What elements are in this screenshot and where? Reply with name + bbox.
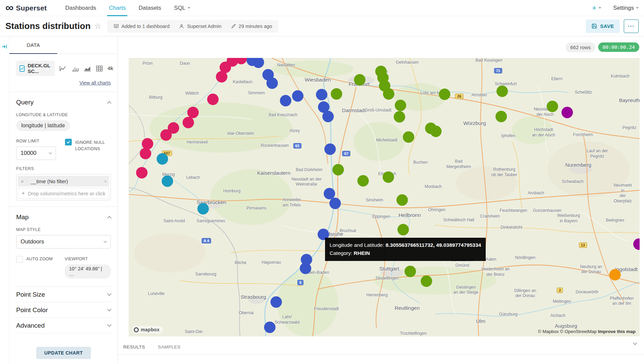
map-city-label: Pegnitz: [622, 126, 637, 131]
ignore-null-checkbox[interactable]: [65, 139, 72, 145]
station-point-blue[interactable]: [292, 90, 303, 102]
filter-drop-zone[interactable]: + Drop columns/metrics here or click: [18, 188, 109, 199]
remove-filter-icon[interactable]: ×: [18, 178, 27, 184]
station-point-blue[interactable]: [264, 322, 276, 333]
station-point-pink[interactable]: [140, 148, 151, 159]
advanced-section[interactable]: Advanced: [16, 318, 111, 333]
owner-meta[interactable]: Superset Admin: [179, 24, 221, 29]
station-point-green[interactable]: [354, 74, 365, 86]
station-point-green[interactable]: [403, 131, 414, 143]
station-point-blue[interactable]: [300, 263, 311, 274]
new-item-menu[interactable]: +: [592, 4, 601, 12]
viz-4k-option[interactable]: 4k: [107, 65, 113, 71]
expand-panel-icon[interactable]: [2, 44, 7, 49]
map-city-label: Sinsheim: [366, 198, 383, 203]
station-point-pink[interactable]: [207, 94, 219, 105]
station-point-blue[interactable]: [280, 95, 291, 106]
map-city-label: Iphofen: [501, 134, 515, 139]
station-point-pink[interactable]: [216, 71, 227, 82]
station-point-purple[interactable]: [633, 238, 640, 250]
map-city-label: Rockenhausen: [261, 143, 289, 149]
update-chart-button[interactable]: UPDATE CHART: [36, 347, 91, 359]
viewport-chip[interactable]: 10° 24' 49.86" | …: [65, 264, 111, 278]
station-point-green[interactable]: [332, 164, 344, 175]
chevron-down-icon: [107, 323, 111, 327]
settings-menu[interactable]: Settings: [613, 5, 639, 11]
osm-attribution-link[interactable]: © OpenStreetMap: [560, 329, 597, 334]
station-point-green[interactable]: [405, 266, 416, 277]
collapse-results-icon[interactable]: [634, 341, 637, 347]
map-canvas[interactable]: PrümDaunNastättenGelnhausenBad Kissingen…: [129, 58, 640, 336]
station-point-cyan[interactable]: [157, 153, 168, 165]
point-color-section[interactable]: Point Color: [16, 302, 111, 318]
map-city-label: Wiesbaden: [305, 76, 331, 83]
map-city-label: Alzey: [290, 128, 300, 134]
tab-data[interactable]: DATA: [9, 36, 57, 54]
station-point-green[interactable]: [383, 171, 394, 183]
table-icon[interactable]: [96, 65, 103, 72]
tab-samples[interactable]: SAMPLES: [158, 344, 181, 350]
station-point-blue[interactable]: [324, 143, 336, 155]
view-all-charts-link[interactable]: View all charts: [16, 80, 111, 86]
station-point-green[interactable]: [421, 275, 432, 287]
nav-item-charts[interactable]: Charts: [102, 0, 132, 16]
favorite-star-icon[interactable]: ☆: [95, 22, 101, 31]
line-chart-icon[interactable]: [59, 65, 67, 72]
save-button[interactable]: SAVE: [586, 20, 620, 33]
station-point-blue[interactable]: [270, 296, 282, 308]
query-section-header[interactable]: Query: [16, 99, 111, 106]
map-city-label: Forchheim: [573, 132, 593, 138]
nav-item-datasets[interactable]: Datasets: [132, 0, 167, 16]
road-shield: 71: [494, 68, 502, 73]
mapbox-logo[interactable]: mapbox: [132, 326, 163, 333]
station-point-green[interactable]: [396, 194, 408, 206]
station-point-purple[interactable]: [561, 107, 573, 118]
bar-chart-icon[interactable]: [71, 65, 79, 72]
row-limit-select[interactable]: 10000: [16, 146, 56, 160]
mapbox-attribution-link[interactable]: © Mapbox: [538, 329, 559, 334]
station-point-green[interactable]: [394, 111, 405, 123]
station-point-green[interactable]: [383, 88, 394, 100]
station-point-orange[interactable]: [609, 269, 621, 280]
station-point-blue[interactable]: [316, 89, 327, 100]
selected-viz-type[interactable]: DECK.GL SC...: [16, 61, 55, 76]
station-point-green[interactable]: [496, 86, 508, 97]
station-point-cyan[interactable]: [162, 175, 173, 187]
station-point-pink[interactable]: [136, 167, 148, 178]
map-section-header[interactable]: Map: [16, 213, 111, 221]
station-point-green[interactable]: [430, 126, 442, 137]
auto-zoom-checkbox[interactable]: [16, 256, 23, 263]
station-point-blue[interactable]: [253, 58, 264, 68]
time-filter-chip[interactable]: × __time (No filter) ›: [18, 176, 109, 187]
map-city-label: Weißenburg in Bayern: [557, 213, 580, 224]
station-point-blue[interactable]: [266, 77, 278, 89]
map-city-label: Obernai: [239, 311, 254, 316]
dashboards-meta[interactable]: Added to 1 dashboard: [114, 24, 170, 29]
station-point-cyan[interactable]: [197, 203, 209, 214]
tab-results[interactable]: RESULTS: [123, 344, 145, 350]
point-size-section[interactable]: Point Size: [16, 287, 111, 302]
nav-item-dashboards[interactable]: Dashboards: [59, 0, 103, 16]
station-point-green[interactable]: [547, 101, 558, 112]
map-city-label: Öhringen: [428, 207, 445, 213]
station-point-pink[interactable]: [183, 117, 194, 128]
station-point-green[interactable]: [495, 111, 507, 122]
lonlat-chip[interactable]: longitude | latitude: [16, 120, 70, 131]
station-point-green[interactable]: [357, 175, 369, 187]
station-point-green[interactable]: [439, 89, 450, 100]
station-point-green[interactable]: [395, 100, 406, 111]
save-disk-icon: [591, 23, 597, 29]
station-point-blue[interactable]: [329, 198, 341, 209]
station-point-green[interactable]: [331, 88, 342, 100]
station-point-pink[interactable]: [160, 129, 172, 141]
modified-meta[interactable]: 29 minutes ago: [231, 24, 272, 29]
area-chart-icon[interactable]: [84, 65, 91, 72]
map-style-select[interactable]: Outdoors: [16, 235, 111, 249]
superset-logo[interactable]: ∞ Superset: [5, 0, 47, 16]
nav-item-sql[interactable]: SQL: [168, 0, 197, 16]
more-options-button[interactable]: ···: [624, 20, 639, 33]
improve-map-link[interactable]: Improve this map: [598, 329, 636, 334]
station-point-blue[interactable]: [322, 111, 334, 122]
map-city-label: Bitche: [235, 261, 247, 266]
station-point-green[interactable]: [397, 224, 409, 235]
